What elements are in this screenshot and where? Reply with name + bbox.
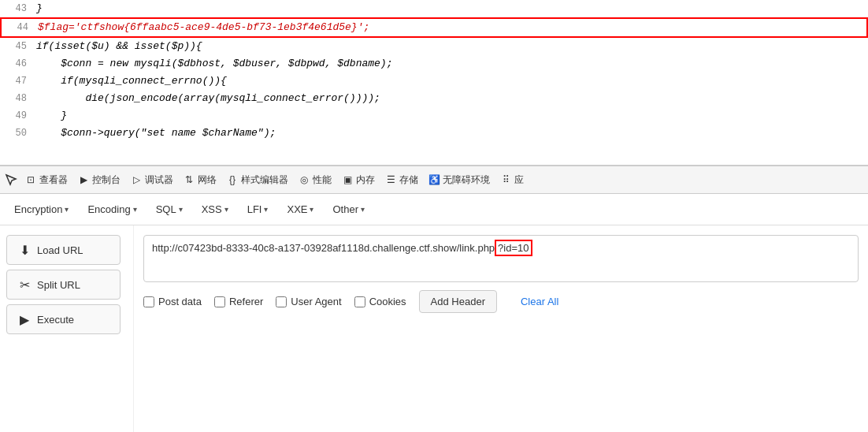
devtools-label: 无障碍环境 [443,173,490,187]
menu-item-encoding[interactable]: Encoding▾ [80,199,144,219]
main-content: ⬇Load URL✂Split URL▶Execute http://c0742… [0,225,868,432]
line-number: 44 [5,19,28,36]
menu-arrow-icon: ▾ [179,205,183,214]
menu-arrow-icon: ▾ [224,205,228,214]
checkbox-label-text: Post data [158,296,202,307]
devtools-item-存储[interactable]: ☰存储 [380,171,422,189]
menu-arrow-icon: ▾ [361,205,365,214]
line-number: 43 [3,0,27,17]
action-btn-label: Split URL [37,279,80,291]
devtools-icon: {} [226,173,239,186]
devtools-label: 查看器 [39,173,68,187]
menu-arrow-icon: ▾ [65,205,69,214]
devtools-icon: ⠿ [499,173,512,186]
url-before: http://c07423bd-8333-40c8-a137-03928af11… [152,242,495,254]
line-code: die(json_encode(array(mysqli_connect_err… [36,90,380,107]
menu-item-sql[interactable]: SQL▾ [148,199,191,219]
line-code: } [36,107,67,125]
add-header-button[interactable]: Add Header [419,290,497,313]
url-text: http://c07423bd-8333-40c8-a137-03928af11… [152,240,532,256]
line-number: 49 [3,107,27,125]
code-line-45: 45if(isset($u) && isset($p)){ [0,38,868,55]
code-line-44: 44$flag='ctfshow{6ffaabc5-ace9-4de5-bf73… [0,17,868,38]
hack-menubar: Encryption▾Encoding▾SQL▾XSS▾LFI▾XXE▾Othe… [0,194,868,225]
devtools-item-内存[interactable]: ▣内存 [337,171,379,189]
checkbox-input[interactable] [143,296,154,307]
action-btn-label: Load URL [37,244,83,256]
devtools-icon: ◎ [298,173,310,186]
action-btn-label: Execute [37,314,74,326]
devtools-icon: ▶ [77,173,90,186]
devtools-item-调试器[interactable]: ▷调试器 [126,171,177,189]
devtools-label: 网络 [198,173,217,187]
checkbox-user-agent[interactable]: User Agent [276,296,341,307]
checkbox-input[interactable] [214,296,225,307]
menu-item-lfi[interactable]: LFI▾ [239,199,276,219]
code-line-47: 47 if(mysqli_connect_errno()){ [0,73,868,90]
devtools-icon: ⇅ [183,173,195,186]
code-area: 43}44$flag='ctfshow{6ffaabc5-ace9-4de5-b… [0,0,868,166]
devtools-item-查看器[interactable]: ⊡查看器 [20,171,72,189]
menu-label: SQL [156,203,176,215]
devtools-item-网络[interactable]: ⇅网络 [179,171,221,189]
line-number: 47 [3,73,27,90]
menu-label: XXE [287,203,307,215]
menu-label: Encryption [14,203,62,215]
line-code: if(isset($u) && isset($p)){ [36,38,202,55]
menu-item-xss[interactable]: XSS▾ [194,199,236,219]
devtools-label: 样式编辑器 [241,173,288,187]
line-number: 45 [3,38,27,55]
line-code: if(mysqli_connect_errno()){ [36,73,227,90]
right-panel: http://c07423bd-8333-40c8-a137-03928af11… [134,225,868,432]
line-number: 46 [3,55,27,73]
menu-item-other[interactable]: Other▾ [325,199,373,219]
line-code: $flag='ctfshow{6ffaabc5-ace9-4de5-bf73-1… [38,19,369,36]
menu-item-encryption[interactable]: Encryption▾ [6,199,76,219]
checkbox-cookies[interactable]: Cookies [354,296,406,307]
devtools-label: 性能 [313,173,332,187]
code-line-46: 46 $conn = new mysqli($dbhost, $dbuser, … [0,55,868,73]
line-code: } [36,0,43,17]
menu-arrow-icon: ▾ [310,205,313,214]
action-btn-load-url[interactable]: ⬇Load URL [6,235,121,265]
menu-label: LFI [247,203,262,215]
menu-label: Encoding [87,203,130,215]
menu-arrow-icon: ▾ [133,205,137,214]
url-input-container[interactable]: http://c07423bd-8333-40c8-a137-03928af11… [143,235,859,282]
devtools-item-样式编辑器[interactable]: {}样式编辑器 [222,171,292,189]
options-row: Post dataRefererUser AgentCookiesAdd Hea… [143,290,859,313]
action-btn-icon: ⬇ [17,242,32,258]
clear-all-button[interactable]: Clear All [510,291,569,312]
menu-label: XSS [202,203,222,215]
checkbox-label-text: User Agent [291,296,341,307]
devtools-item-应[interactable]: ⠿应 [495,171,528,189]
checkbox-input[interactable] [354,296,365,307]
devtools-item-无障碍环境[interactable]: ♿无障碍环境 [424,171,494,189]
checkbox-input[interactable] [276,296,287,307]
url-highlighted: ?id=10 [495,240,532,256]
devtools-icon: ▷ [130,173,143,186]
code-line-49: 49 } [0,107,868,125]
action-btn-icon: ▶ [17,311,32,327]
checkbox-label-text: Cookies [369,296,406,307]
devtools-label: 内存 [356,173,375,187]
checkbox-post-data[interactable]: Post data [143,296,202,307]
line-number: 48 [3,90,27,107]
devtools-item-控制台[interactable]: ▶控制台 [73,171,124,189]
action-btn-icon: ✂ [17,277,32,292]
menu-arrow-icon: ▾ [264,205,268,214]
line-code: $conn = new mysqli($dbhost, $dbuser, $db… [36,55,392,73]
devtools-item-性能[interactable]: ◎性能 [294,171,336,189]
code-line-43: 43} [0,0,868,17]
action-btn-split-url[interactable]: ✂Split URL [6,270,121,300]
devtools-cursor-icon[interactable] [3,172,19,188]
devtools-icon: ☰ [384,173,397,186]
left-panel: ⬇Load URL✂Split URL▶Execute [0,225,134,432]
code-line-50: 50 $conn->query("set name $charName"); [0,125,868,142]
action-btn-execute[interactable]: ▶Execute [6,304,121,334]
menu-item-xxe[interactable]: XXE▾ [279,199,321,219]
code-line-48: 48 die(json_encode(array(mysqli_connect_… [0,90,868,107]
checkbox-referer[interactable]: Referer [214,296,263,307]
devtools-label: 应 [514,173,524,187]
devtools-icon: ♿ [428,173,440,186]
